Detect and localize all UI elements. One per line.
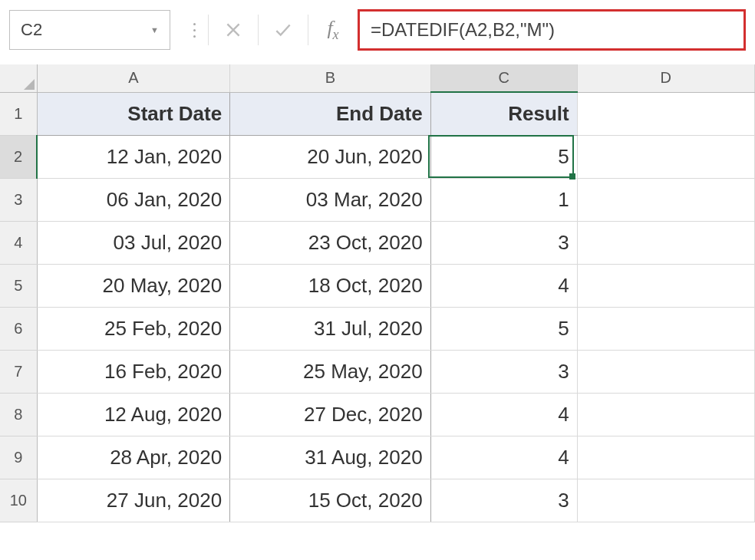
- row-header-9[interactable]: 9: [0, 436, 37, 479]
- expand-handle-icon[interactable]: [186, 23, 203, 38]
- cell-D3[interactable]: [577, 178, 754, 221]
- cell-D4[interactable]: [577, 221, 754, 264]
- cell-B6[interactable]: 31 Jul, 2020: [230, 307, 430, 350]
- cell-A4[interactable]: 03 Jul, 2020: [37, 221, 229, 264]
- insert-function-button[interactable]: fx: [313, 10, 353, 50]
- cell-B8[interactable]: 27 Dec, 2020: [230, 393, 430, 436]
- cell-B7[interactable]: 25 May, 2020: [230, 350, 430, 393]
- cell-C2[interactable]: 5: [430, 135, 577, 178]
- cell-D7[interactable]: [577, 350, 754, 393]
- cell-D9[interactable]: [577, 436, 754, 479]
- table-row: 5 20 May, 2020 18 Oct, 2020 4: [0, 264, 755, 307]
- formula-input[interactable]: =DATEDIF(A2,B2,"M"): [358, 9, 746, 51]
- cell-D1[interactable]: [577, 92, 754, 135]
- cell-B10[interactable]: 15 Oct, 2020: [230, 479, 430, 522]
- cell-D8[interactable]: [577, 393, 754, 436]
- name-box[interactable]: C2 ▼: [9, 10, 170, 50]
- cell-C1[interactable]: Result: [430, 92, 577, 135]
- row-header-3[interactable]: 3: [0, 178, 37, 221]
- column-header-C[interactable]: C: [430, 64, 577, 92]
- table-row: 3 06 Jan, 2020 03 Mar, 2020 1: [0, 178, 755, 221]
- cell-A2[interactable]: 12 Jan, 2020: [37, 135, 229, 178]
- cell-A3[interactable]: 06 Jan, 2020: [37, 178, 229, 221]
- row-header-8[interactable]: 8: [0, 393, 37, 436]
- cell-C4[interactable]: 3: [430, 221, 577, 264]
- table-row: 8 12 Aug, 2020 27 Dec, 2020 4: [0, 393, 755, 436]
- cell-A1[interactable]: Start Date: [37, 92, 229, 135]
- column-header-row: A B C D: [0, 64, 755, 92]
- row-header-6[interactable]: 6: [0, 307, 37, 350]
- table-row: 7 16 Feb, 2020 25 May, 2020 3: [0, 350, 755, 393]
- cell-A7[interactable]: 16 Feb, 2020: [37, 350, 229, 393]
- divider: [258, 15, 259, 45]
- row-header-7[interactable]: 7: [0, 350, 37, 393]
- column-header-A[interactable]: A: [37, 64, 229, 92]
- cell-B9[interactable]: 31 Aug, 2020: [230, 436, 430, 479]
- cell-D10[interactable]: [577, 479, 754, 522]
- cell-D2[interactable]: [577, 135, 754, 178]
- formula-bar: C2 ▼ fx =DATEDIF(A2,B2,"M"): [0, 0, 755, 64]
- table-row: 4 03 Jul, 2020 23 Oct, 2020 3: [0, 221, 755, 264]
- select-all-button[interactable]: [0, 64, 37, 92]
- column-header-B[interactable]: B: [230, 64, 430, 92]
- cell-A6[interactable]: 25 Feb, 2020: [37, 307, 229, 350]
- cell-B1[interactable]: End Date: [230, 92, 430, 135]
- row-header-4[interactable]: 4: [0, 221, 37, 264]
- fx-icon: fx: [327, 17, 338, 43]
- cell-D5[interactable]: [577, 264, 754, 307]
- cell-A8[interactable]: 12 Aug, 2020: [37, 393, 229, 436]
- cell-C7[interactable]: 3: [430, 350, 577, 393]
- table-row: 9 28 Apr, 2020 31 Aug, 2020 4: [0, 436, 755, 479]
- table-row: 2 12 Jan, 2020 20 Jun, 2020 5: [0, 135, 755, 178]
- divider: [208, 15, 209, 45]
- cell-C9[interactable]: 4: [430, 436, 577, 479]
- row-header-5[interactable]: 5: [0, 264, 37, 307]
- confirm-button[interactable]: [263, 10, 303, 50]
- cell-A9[interactable]: 28 Apr, 2020: [37, 436, 229, 479]
- table-row: 10 27 Jun, 2020 15 Oct, 2020 3: [0, 479, 755, 522]
- check-icon: [273, 20, 293, 40]
- table-row: 6 25 Feb, 2020 31 Jul, 2020 5: [0, 307, 755, 350]
- cell-C5[interactable]: 4: [430, 264, 577, 307]
- spreadsheet-grid[interactable]: A B C D 1 Start Date End Date Result 2 1…: [0, 64, 755, 522]
- column-header-D[interactable]: D: [577, 64, 754, 92]
- x-icon: [223, 20, 243, 40]
- chevron-down-icon[interactable]: ▼: [150, 25, 159, 35]
- cell-A10[interactable]: 27 Jun, 2020: [37, 479, 229, 522]
- row-header-2[interactable]: 2: [0, 135, 37, 178]
- cell-B5[interactable]: 18 Oct, 2020: [230, 264, 430, 307]
- cell-B2[interactable]: 20 Jun, 2020: [230, 135, 430, 178]
- cell-C3[interactable]: 1: [430, 178, 577, 221]
- row-header-1[interactable]: 1: [0, 92, 37, 135]
- cancel-button[interactable]: [213, 10, 253, 50]
- name-box-value: C2: [21, 20, 42, 40]
- cell-D6[interactable]: [577, 307, 754, 350]
- table-row: 1 Start Date End Date Result: [0, 92, 755, 135]
- formula-text: =DATEDIF(A2,B2,"M"): [371, 19, 555, 41]
- cell-B3[interactable]: 03 Mar, 2020: [230, 178, 430, 221]
- row-header-10[interactable]: 10: [0, 479, 37, 522]
- cell-C6[interactable]: 5: [430, 307, 577, 350]
- cell-B4[interactable]: 23 Oct, 2020: [230, 221, 430, 264]
- cell-C10[interactable]: 3: [430, 479, 577, 522]
- divider: [308, 15, 308, 45]
- cell-C8[interactable]: 4: [430, 393, 577, 436]
- cell-A5[interactable]: 20 May, 2020: [37, 264, 229, 307]
